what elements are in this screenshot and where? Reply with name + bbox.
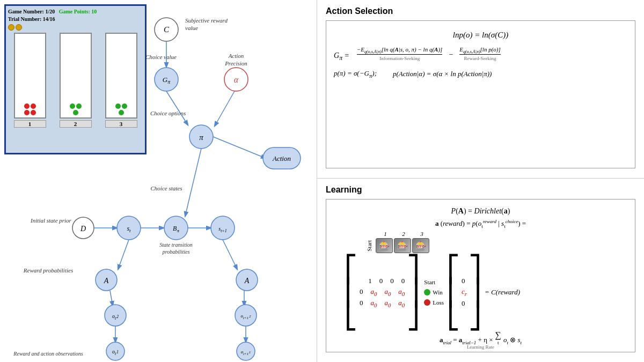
svg-text:A: A <box>104 277 109 285</box>
learning-matrix: ⎡⎢⎣ 1000 0 a0 a0 a0 0 a0 a0 <box>345 257 627 327</box>
learning-section: Learning P(A) = Dirichlet(a) a (reward) … <box>317 179 644 362</box>
svg-text:Subjective reward: Subjective reward <box>185 17 228 24</box>
svg-text:Initial state prior: Initial state prior <box>30 217 72 224</box>
svg-line-17 <box>213 137 266 158</box>
learning-rate-label: Learning Rate <box>334 344 627 350</box>
svg-text:C: C <box>164 25 170 34</box>
slot-icon-2: 🎰 <box>394 238 411 253</box>
action-formula-box: lnp(o) = ln(σ(C)) Gπ = −Eq(o,s,A|π)[ln q… <box>326 20 635 168</box>
start-label: Start <box>424 279 444 285</box>
svg-text:Reward probabilities: Reward probabilities <box>23 267 73 274</box>
svg-line-35 <box>185 149 201 216</box>
svg-text:α: α <box>234 75 239 84</box>
svg-text:Reward and action observations: Reward and action observations <box>13 351 83 357</box>
learning-formula-1: P(A) = Dirichlet(a) <box>334 207 627 216</box>
svg-line-13 <box>166 91 188 125</box>
diagram-svg: C Subjective reward value Choice value G… <box>0 0 317 362</box>
svg-text:Choice value: Choice value <box>145 54 177 60</box>
svg-point-54 <box>237 342 255 360</box>
learning-title: Learning <box>326 185 635 195</box>
svg-text:Action: Action <box>228 53 244 59</box>
win-legend: Win <box>424 289 444 295</box>
svg-text:Precision: Precision <box>224 60 247 67</box>
svg-line-14 <box>215 91 235 126</box>
learning-formula-3: atrial = atrial−1 + η × ∑ t ot ⊗ st <box>334 330 627 345</box>
learning-matrix-area: 1 2 3 Start 🎰 🎰 🎰 <box>345 231 627 255</box>
left-panel: Game Number: 1/20 Game Points: 10 Trial … <box>0 0 317 362</box>
svg-text:A: A <box>244 277 250 285</box>
action-selection-title: Action Selection <box>326 6 635 16</box>
svg-point-51 <box>235 305 257 326</box>
svg-text:π: π <box>199 133 203 142</box>
svg-line-39 <box>118 240 129 269</box>
learning-formula-2: a (reward) = p(otreward | stchoice) = <box>334 219 627 229</box>
action-formula-2: Gπ = −Eq(o,s,A|π)[ln q(A|s, o, π) − ln q… <box>334 46 627 62</box>
action-section: Action Selection lnp(o) = ln(σ(C)) Gπ = … <box>317 0 644 179</box>
svg-line-40 <box>110 291 113 306</box>
svg-point-41 <box>105 305 126 326</box>
svg-line-49 <box>223 240 237 269</box>
svg-point-31 <box>211 216 235 240</box>
loss-legend: Loss <box>424 299 444 306</box>
svg-text:value: value <box>185 25 198 31</box>
right-panel: Action Selection lnp(o) = ln(σ(C)) Gπ = … <box>317 0 644 362</box>
svg-text:Choice states: Choice states <box>151 185 182 191</box>
action-formula-1: lnp(o) = ln(σ(C)) <box>334 31 627 40</box>
svg-text:Action: Action <box>272 154 291 162</box>
slot-icon-3: 🎰 <box>412 238 429 253</box>
svg-text:State transition: State transition <box>159 242 192 248</box>
slot-icon-1: 🎰 <box>376 238 393 253</box>
svg-text:D: D <box>80 225 86 233</box>
learning-formula-box: P(A) = Dirichlet(a) a (reward) = p(otrew… <box>326 199 635 352</box>
svg-text:probabilities: probabilities <box>162 249 190 255</box>
action-formula-3: p(π) = σ(−Gπ); p(Action|α) = σ(α × ln p(… <box>334 69 627 79</box>
